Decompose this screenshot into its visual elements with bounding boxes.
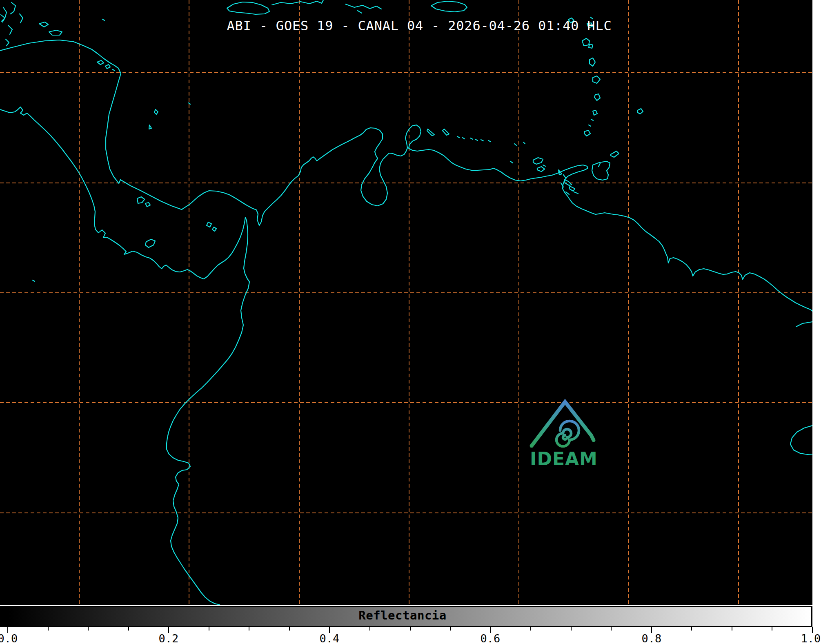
minor-tick — [249, 627, 249, 631]
minor-tick — [450, 627, 451, 631]
minor-tick — [410, 627, 411, 631]
minor-tick — [369, 627, 370, 631]
minor-tick — [209, 627, 209, 631]
minor-tick — [128, 627, 129, 631]
cyclone-spiral-icon — [556, 421, 579, 446]
minor-tick — [48, 627, 49, 631]
tick-label-0.6: 0.6 — [481, 632, 501, 644]
minor-tick — [289, 627, 290, 631]
colorbar-tick-labels: 0.0 0.2 0.4 0.6 0.8 1.0 — [0, 632, 821, 644]
ideam-logo: IDEAM — [529, 398, 599, 471]
minor-tick — [691, 627, 692, 631]
minor-tick — [732, 627, 732, 631]
tick-label-0.0: 0.0 — [0, 632, 18, 644]
colorbar-strip: Reflectancia — [0, 606, 812, 627]
tick-label-0.2: 0.2 — [159, 632, 179, 644]
satellite-image-figure: ABI - GOES 19 - CANAL 04 - 2026-04-26 01… — [0, 0, 821, 644]
map-title: ABI - GOES 19 - CANAL 04 - 2026-04-26 01… — [227, 18, 612, 33]
minor-tick — [571, 627, 572, 631]
coastline-map — [0, 0, 812, 605]
minor-tick — [611, 627, 612, 631]
colorbar-title: Reflectancia — [358, 608, 447, 622]
minor-tick — [88, 627, 89, 631]
minor-tick — [530, 627, 531, 631]
ideam-emblem — [529, 398, 599, 448]
minor-tick — [772, 627, 772, 631]
latlon-gridlines — [0, 0, 812, 605]
tick-label-1.0: 1.0 — [801, 632, 821, 644]
ideam-logo-text: IDEAM — [529, 448, 599, 469]
tick-label-0.4: 0.4 — [320, 632, 340, 644]
coastlines — [0, 0, 812, 605]
tick-label-0.8: 0.8 — [642, 632, 662, 644]
map-canvas[interactable]: ABI - GOES 19 - CANAL 04 - 2026-04-26 01… — [0, 0, 812, 605]
